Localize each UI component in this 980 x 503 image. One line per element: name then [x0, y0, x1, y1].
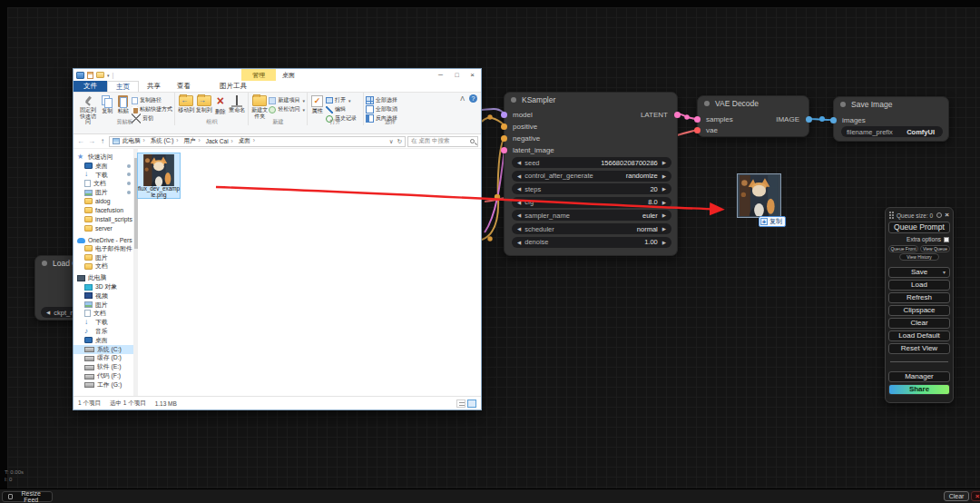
- copy-path-button[interactable]: 复制路径: [132, 96, 172, 104]
- history-dropdown-icon[interactable]: ∨: [389, 138, 394, 145]
- sidebar-item-this-pc[interactable]: 此电脑: [74, 273, 133, 282]
- prev-arrow-icon[interactable]: ◀: [517, 171, 521, 182]
- sidebar-item-email-attachments[interactable]: 电子邮件附件: [74, 244, 133, 253]
- view-history-button[interactable]: View History: [899, 253, 939, 261]
- sidebar-item-aidog[interactable]: aidog: [74, 197, 133, 206]
- load-button[interactable]: Load: [888, 280, 950, 291]
- properties-button[interactable]: ✓ 属性: [309, 94, 325, 114]
- breadcrumb-user[interactable]: Jack Cai: [206, 138, 236, 144]
- next-arrow-icon[interactable]: ▶: [662, 237, 666, 248]
- quick-access-toolbar[interactable]: ▾ |: [87, 72, 113, 79]
- sidebar-item-pc-documents[interactable]: 文档: [74, 310, 133, 319]
- collapse-dot-icon[interactable]: [840, 102, 846, 107]
- filename-prefix-widget[interactable]: filename_prefix ComfyUI: [841, 126, 943, 137]
- prev-arrow-icon[interactable]: ◀: [517, 210, 521, 221]
- node-save-image[interactable]: Save Image images filename_prefix ComfyU…: [833, 96, 949, 142]
- select-all-button[interactable]: 全部选择: [366, 96, 397, 104]
- copy-button[interactable]: 复制: [100, 94, 115, 114]
- up-icon[interactable]: ↑: [98, 137, 107, 145]
- tab-file[interactable]: 文件: [74, 81, 107, 92]
- node-vae-decode[interactable]: VAE Decode samples vae IMAGE: [697, 95, 809, 137]
- breadcrumb[interactable]: 此电脑 系统 (C:) 用户 Jack Cai 桌面 ∨↻: [109, 136, 406, 147]
- clear-button[interactable]: Clear: [888, 318, 950, 329]
- load-default-button[interactable]: Load Default: [888, 330, 950, 341]
- next-arrow-icon[interactable]: ▶: [662, 171, 666, 182]
- paste-button[interactable]: 粘贴: [115, 94, 131, 114]
- collapse-dot-icon[interactable]: [704, 101, 710, 106]
- paste-shortcut-button[interactable]: 粘贴快捷方式: [132, 105, 172, 113]
- control-after-generate-widget[interactable]: ◀ control_after_generate randomize ▶: [512, 171, 671, 182]
- feed-close-button[interactable]: ×: [971, 491, 980, 501]
- cfg-widget[interactable]: ◀ cfg 8.0 ▶: [512, 197, 671, 208]
- sidebar-item-music[interactable]: 音乐: [74, 327, 133, 336]
- properties-quick-icon[interactable]: [87, 72, 93, 79]
- sidebar-item-pc-pictures[interactable]: 图片: [74, 301, 133, 310]
- sampler-name-widget[interactable]: ◀ sampler_name euler ▶: [512, 210, 671, 221]
- sidebar-item-drive-g[interactable]: 工作 (G:): [74, 380, 133, 390]
- feed-clear-button[interactable]: Clear: [944, 491, 969, 501]
- collapse-dot-icon[interactable]: [511, 97, 516, 103]
- maximize-button[interactable]: □: [449, 69, 465, 81]
- sidebar-item-onedrive-pictures[interactable]: 图片: [74, 253, 133, 262]
- steps-widget[interactable]: ◀ steps 20 ▶: [512, 183, 671, 194]
- breadcrumb-desktop[interactable]: 桌面: [239, 137, 258, 145]
- view-queue-button[interactable]: View Queue: [920, 245, 950, 252]
- sidebar-item-drive-c[interactable]: 系统 (C:): [74, 345, 133, 354]
- thumbnail-view-icon[interactable]: [467, 399, 476, 408]
- input-port-positive[interactable]: [501, 123, 507, 130]
- next-arrow-icon[interactable]: ▶: [662, 183, 666, 194]
- back-icon[interactable]: ←: [76, 137, 85, 145]
- queue-prompt-button[interactable]: Queue Prompt: [888, 222, 950, 233]
- scheduler-widget[interactable]: ◀ scheduler normal ▶: [512, 223, 671, 234]
- delete-button[interactable]: × 删除: [213, 94, 228, 115]
- close-menu-icon[interactable]: ×: [945, 212, 949, 218]
- file-explorer-window[interactable]: ▾ | 管理 桌面 ─ □ × 文件 主页 共享 查看 图片工具 固定到快速访问: [73, 68, 482, 410]
- queue-front-button[interactable]: Queue Front: [888, 245, 918, 252]
- title-bar[interactable]: ▾ | 管理 桌面 ─ □ ×: [74, 69, 481, 81]
- select-none-button[interactable]: 全部取消: [366, 105, 397, 113]
- seed-widget[interactable]: ◀ seed 156680208700286 ▶: [512, 157, 671, 168]
- rename-button[interactable]: 重命名: [229, 94, 246, 113]
- input-port-samples[interactable]: [694, 116, 701, 123]
- manager-button[interactable]: Manager: [888, 371, 950, 382]
- tab-picture-tools[interactable]: 图片工具: [211, 81, 255, 92]
- tab-share[interactable]: 共享: [139, 81, 169, 92]
- prev-arrow-icon[interactable]: ◀: [517, 223, 521, 234]
- selected-file[interactable]: flux_dev_examp le.png: [137, 153, 181, 199]
- easy-access-button[interactable]: 轻松访问▾: [269, 105, 305, 113]
- sidebar-item-desktop[interactable]: 桌面: [74, 162, 133, 171]
- input-port-negative[interactable]: [501, 135, 507, 142]
- denoise-widget[interactable]: ◀ denoise 1.00 ▶: [512, 237, 671, 248]
- prev-arrow-icon[interactable]: ◀: [517, 157, 521, 168]
- prev-arrow-icon[interactable]: ◀: [517, 237, 521, 248]
- extra-options-checkbox[interactable]: [944, 237, 949, 242]
- next-arrow-icon[interactable]: ▶: [662, 157, 666, 168]
- breadcrumb-this-pc[interactable]: 此电脑: [122, 137, 148, 145]
- sidebar-item-server[interactable]: server: [74, 223, 133, 232]
- sidebar-item-drive-f[interactable]: 代码 (F:): [74, 371, 133, 380]
- prev-arrow-icon[interactable]: ◀: [517, 183, 521, 194]
- input-port-images[interactable]: [830, 117, 837, 123]
- prev-arrow-icon[interactable]: ◀: [517, 197, 521, 208]
- input-port-vae[interactable]: [694, 127, 701, 133]
- save-button[interactable]: Save: [888, 267, 950, 278]
- manage-contextual-tab[interactable]: 管理: [241, 69, 276, 81]
- new-item-button[interactable]: 新建项目▾: [269, 96, 305, 104]
- breadcrumb-drive-c[interactable]: 系统 (C:): [151, 137, 181, 145]
- minimize-button[interactable]: ─: [433, 69, 448, 81]
- collapse-dot-icon[interactable]: [42, 261, 47, 266]
- breadcrumb-users[interactable]: 用户: [183, 137, 202, 145]
- sidebar-item-facefusion[interactable]: facefusion: [74, 206, 133, 215]
- comfyui-menu-panel[interactable]: Queue size: 0 × Queue Prompt Extra optio…: [885, 207, 954, 403]
- clipspace-button[interactable]: Clipspace: [888, 305, 950, 316]
- sidebar-item-drive-d[interactable]: 缓存 (D:): [74, 354, 133, 363]
- sidebar-item-onedrive-documents[interactable]: 文档: [74, 262, 133, 271]
- sidebar-item-install-scripts[interactable]: install_scripts: [74, 215, 133, 224]
- sidebar-item-onedrive[interactable]: OneDrive - Pers: [74, 235, 133, 244]
- sidebar-item-videos[interactable]: 视频: [74, 291, 133, 301]
- settings-gear-icon[interactable]: [936, 212, 942, 218]
- tab-home[interactable]: 主页: [107, 81, 139, 92]
- output-port-image[interactable]: [806, 116, 812, 123]
- sidebar-item-documents[interactable]: 文档: [74, 179, 133, 188]
- drag-handle-icon[interactable]: [889, 212, 894, 219]
